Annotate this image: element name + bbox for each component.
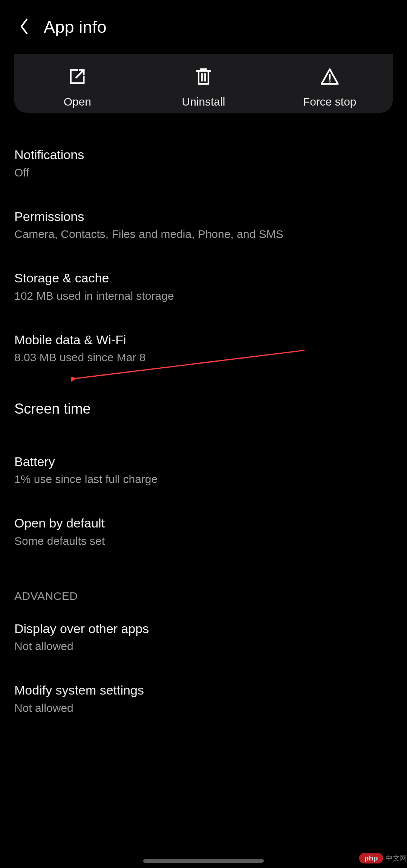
force-stop-button[interactable]: Force stop [266,62,393,113]
display-over-apps-item[interactable]: Display over other apps Not allowed [14,606,393,668]
action-card: Open Uninstall Force stop [14,54,393,113]
nav-bar-handle[interactable] [143,859,264,863]
notifications-item[interactable]: Notifications Off [14,113,393,194]
display-over-apps-sub: Not allowed [14,639,393,653]
trash-icon [194,67,213,86]
mobile-data-item[interactable]: Mobile data & Wi-Fi 8.03 MB used since M… [14,317,393,379]
battery-sub: 1% use since last full charge [14,472,393,486]
mobile-data-sub: 8.03 MB used since Mar 8 [14,350,393,365]
advanced-section-header: ADVANCED [14,563,393,606]
open-label: Open [64,95,91,108]
storage-item[interactable]: Storage & cache 102 MB used in internal … [14,256,393,317]
open-by-default-title: Open by default [14,515,393,531]
battery-item[interactable]: Battery 1% use since last full charge [14,439,393,501]
battery-title: Battery [14,454,393,470]
modify-system-settings-sub: Not allowed [14,701,393,715]
uninstall-button[interactable]: Uninstall [141,62,267,113]
page-title: App info [44,17,107,37]
open-icon [67,67,87,86]
watermark-pill: php [359,853,383,863]
modify-system-settings-title: Modify system settings [14,682,393,698]
warning-icon [320,67,340,86]
storage-sub: 102 MB used in internal storage [14,288,393,303]
open-button[interactable]: Open [14,62,141,113]
app-header: App info [0,0,407,54]
screen-time-item[interactable]: Screen time [14,386,393,432]
uninstall-label: Uninstall [182,95,225,108]
mobile-data-title: Mobile data & Wi-Fi [14,332,393,348]
modify-system-settings-item[interactable]: Modify system settings Not allowed [14,668,393,730]
open-by-default-sub: Some defaults set [14,534,393,548]
notifications-sub: Off [14,165,393,180]
display-over-apps-title: Display over other apps [14,621,393,637]
storage-title: Storage & cache [14,270,393,286]
force-stop-label: Force stop [303,95,357,108]
open-by-default-item[interactable]: Open by default Some defaults set [14,501,393,563]
back-button[interactable] [15,18,33,36]
chevron-left-icon [19,17,29,37]
permissions-item[interactable]: Permissions Camera, Contacts, Files and … [14,194,393,256]
notifications-title: Notifications [14,147,393,163]
watermark-text: 中文网 [386,853,407,863]
watermark: php 中文网 [359,853,407,863]
svg-point-0 [329,81,330,81]
screen-time-title: Screen time [14,400,393,418]
settings-list: Notifications Off Permissions Camera, Co… [0,113,407,730]
permissions-title: Permissions [14,209,393,225]
permissions-sub: Camera, Contacts, Files and media, Phone… [14,227,393,241]
